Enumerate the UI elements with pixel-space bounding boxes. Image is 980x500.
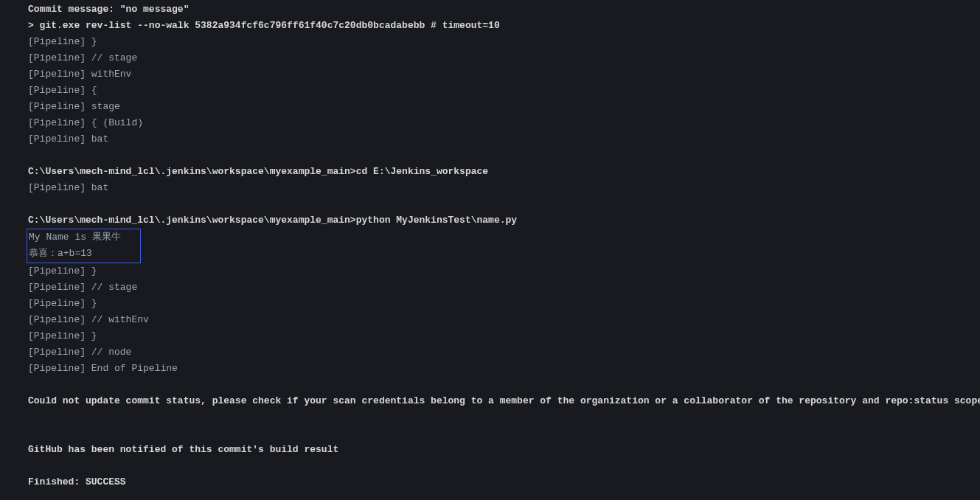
console-line (28, 426, 980, 442)
console-line: [Pipeline] // withEnv (28, 312, 980, 328)
console-line: C:\Users\mech-mind_lcl\.jenkins\workspac… (28, 212, 980, 229)
console-line: C:\Users\mech-mind_lcl\.jenkins\workspac… (28, 164, 980, 180)
console-line: [Pipeline] } (28, 34, 980, 50)
console-line: [Pipeline] { (Build) (28, 115, 980, 131)
console-line (28, 458, 980, 474)
console-line: 恭喜：a+b=13 (29, 246, 121, 262)
console-line (28, 409, 980, 426)
console-line: [Pipeline] // node (28, 344, 980, 361)
console-line: [Pipeline] // stage (28, 50, 980, 66)
console-line (28, 196, 980, 212)
console-line: Could not update commit status, please c… (28, 393, 980, 409)
console-line (28, 147, 980, 164)
console-line: [Pipeline] } (28, 328, 980, 344)
highlighted-output: My Name is 果果牛恭喜：a+b=13 (27, 229, 141, 263)
console-line: [Pipeline] End of Pipeline (28, 361, 980, 377)
console-line: [Pipeline] stage (28, 99, 980, 115)
console-line: [Pipeline] bat (28, 180, 980, 196)
console-line: [Pipeline] } (28, 263, 980, 279)
console-line: [Pipeline] { (28, 83, 980, 99)
console-line: Finished: SUCCESS (28, 474, 980, 490)
console-line (28, 377, 980, 393)
console-line: [Pipeline] withEnv (28, 66, 980, 83)
console-line: Commit message: "no message" (28, 1, 980, 18)
console-line: > git.exe rev-list --no-walk 5382a934fcf… (28, 18, 980, 34)
console-line: GitHub has been notified of this commit'… (28, 442, 980, 458)
console-line: [Pipeline] // stage (28, 279, 980, 296)
console-output: Commit message: "no message" > git.exe r… (15, 1, 980, 490)
console-line: [Pipeline] bat (28, 131, 980, 147)
console-line: [Pipeline] } (28, 296, 980, 312)
console-line: My Name is 果果牛 (29, 229, 121, 246)
